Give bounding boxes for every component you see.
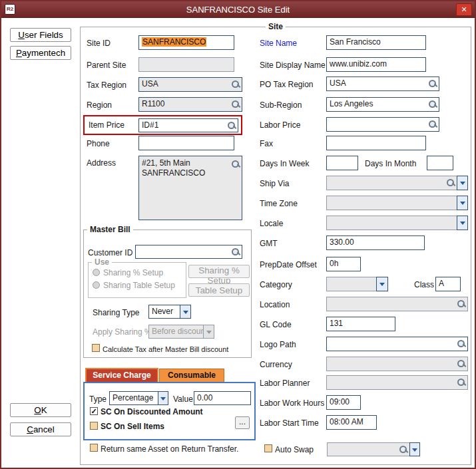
logo-path-label: Logo Path (260, 340, 296, 349)
sharing-pct-radio (93, 269, 100, 276)
sub-region-label: Sub-Region (260, 100, 302, 110)
sharing-table-radio (93, 281, 100, 289)
po-tax-region-input[interactable]: USA (326, 77, 439, 91)
tax-region-input[interactable]: USA (138, 77, 242, 92)
site-display-name-input[interactable]: www.unibiz.com (326, 57, 426, 72)
labor-start-time-input[interactable]: 08:00 AM (326, 415, 377, 430)
auto-swap-checkbox[interactable] (264, 444, 272, 452)
site-edit-dialog: R2 SANFRANCISCO Site Edit ✕ User Fields … (0, 0, 476, 469)
region-input[interactable]: R1100 (138, 97, 242, 112)
sharing-type-value: Never (152, 307, 173, 316)
category-select[interactable] (326, 277, 377, 291)
sharing-type-select[interactable]: Never (148, 305, 180, 319)
region-lookup-magnifier-icon[interactable] (232, 100, 240, 108)
phone-input[interactable] (138, 136, 234, 150)
titlebar: R2 SANFRANCISCO Site Edit ✕ (1, 1, 475, 18)
master-bill-group-label: Master Bill (87, 225, 133, 234)
phone-label: Phone (87, 139, 110, 148)
parent-site-input (138, 57, 234, 72)
gmt-value: 330.00 (330, 237, 354, 247)
class-input[interactable]: A (435, 277, 461, 291)
calc-tax-checkbox[interactable] (92, 344, 100, 352)
currency-lookup-magnifier-icon (457, 360, 465, 368)
site-id-input[interactable]: SANFRANCISCO (138, 35, 234, 50)
tax-region-lookup-magnifier-icon[interactable] (232, 80, 240, 88)
labor-work-hours-input[interactable]: 09:00 (326, 395, 361, 410)
tax-region-value: USA (142, 79, 158, 88)
sharing-type-label: Sharing Type (93, 308, 140, 317)
locale-dropdown-arrow-icon[interactable] (457, 216, 468, 230)
site-id-value: SANFRANCISCO (142, 37, 206, 47)
customer-id-lookup-magnifier-icon[interactable] (232, 248, 240, 256)
ok-button[interactable]: OK (10, 403, 71, 417)
paymentech-button[interactable]: Paymentech (10, 46, 71, 60)
site-display-name-value: www.unibiz.com (330, 59, 387, 69)
sc-sell-items-ellipsis-button[interactable]: ... (235, 416, 250, 429)
logo-path-input[interactable] (326, 337, 468, 351)
ship-via-dropdown-arrow-icon[interactable] (457, 176, 468, 190)
auto-swap-label: Auto Swap (275, 445, 314, 454)
gmt-input[interactable]: 330.00 (326, 235, 425, 250)
site-name-label: Site Name (260, 39, 297, 48)
sc-value-value: 0.00 (197, 393, 212, 402)
category-dropdown-arrow-icon[interactable] (376, 277, 388, 291)
sc-type-dropdown-arrow-icon[interactable] (158, 391, 168, 405)
use-group-label: Use (92, 257, 112, 267)
prepdate-offset-value: 0h (330, 259, 338, 268)
prepdate-offset-input[interactable]: 0h (326, 257, 361, 271)
time-zone-dropdown-arrow-icon[interactable] (457, 196, 468, 210)
return-asset-checkbox[interactable] (90, 444, 98, 452)
site-name-input[interactable]: San Francisco (326, 35, 426, 50)
days-in-week-input[interactable] (326, 156, 358, 170)
currency-label: Currency (260, 360, 292, 369)
address-label: Address (87, 158, 116, 168)
cancel-button[interactable]: Cancel (10, 422, 71, 436)
site-group-label: Site (266, 22, 286, 31)
po-tax-region-label: PO Tax Region (260, 80, 314, 89)
address-textarea[interactable]: #21, 5th Main SANFRANCISCO (138, 156, 242, 220)
item-price-value: ID#1 (142, 120, 158, 130)
apply-sharing-select: Before discount (148, 325, 204, 339)
prepdate-offset-label: PrepDate Offset (260, 260, 317, 269)
labor-work-hours-value: 09:00 (330, 397, 350, 406)
fax-input[interactable] (326, 136, 426, 150)
item-price-input[interactable]: ID#1 (138, 118, 238, 132)
sc-on-discounted-label: SC On Discounted Amount (101, 407, 203, 416)
locale-select (326, 216, 457, 230)
customer-id-input[interactable] (135, 245, 242, 259)
auto-swap-input (327, 442, 410, 456)
po-tax-region-value: USA (330, 78, 346, 88)
item-price-lookup-magnifier-icon[interactable] (228, 122, 236, 130)
sub-region-value: Los Angeles (330, 99, 373, 108)
po-tax-region-lookup-magnifier-icon[interactable] (429, 80, 437, 88)
labor-planner-input (326, 375, 468, 390)
sc-on-sell-checkbox[interactable] (90, 422, 98, 430)
gl-code-value: 131 (330, 319, 343, 328)
address-lookup-magnifier-icon[interactable] (232, 160, 240, 168)
labor-price-input[interactable] (326, 117, 439, 132)
close-icon[interactable]: ✕ (456, 3, 472, 16)
sub-region-input[interactable]: Los Angeles (326, 97, 439, 112)
sc-on-discounted-checkbox[interactable]: ✓ (90, 407, 98, 415)
class-label: Class (414, 280, 434, 289)
days-in-month-input[interactable] (427, 156, 453, 170)
gl-code-input[interactable]: 131 (326, 317, 395, 331)
calc-tax-checkbox-label: Calculate Tax after Master Bill discount (103, 345, 228, 354)
tab-consumable[interactable]: Consumable (159, 369, 224, 382)
return-asset-checkbox-label: Return same Asset on Return Transfer. (101, 444, 238, 454)
auto-swap-lookup-magnifier-icon (399, 446, 407, 454)
time-zone-label: Time Zone (260, 199, 298, 208)
tab-service-charge[interactable]: Service Charge (85, 368, 158, 382)
class-value: A (439, 279, 444, 288)
sc-value-label: Value (173, 394, 193, 404)
sc-type-select[interactable]: Percentage (109, 391, 158, 405)
labor-start-time-value: 08:00 AM (330, 417, 363, 426)
sub-region-lookup-magnifier-icon[interactable] (429, 100, 437, 108)
auto-swap-dropdown-arrow-icon[interactable] (409, 442, 420, 456)
sc-value-input[interactable]: 0.00 (194, 391, 251, 405)
labor-price-lookup-magnifier-icon[interactable] (429, 120, 437, 128)
user-fields-button[interactable]: User Fields (10, 28, 71, 42)
window-title: SANFRANCISCO Site Edit (1, 5, 475, 15)
sharing-type-dropdown-arrow-icon[interactable] (180, 305, 191, 319)
logo-path-lookup-magnifier-icon[interactable] (457, 340, 465, 348)
